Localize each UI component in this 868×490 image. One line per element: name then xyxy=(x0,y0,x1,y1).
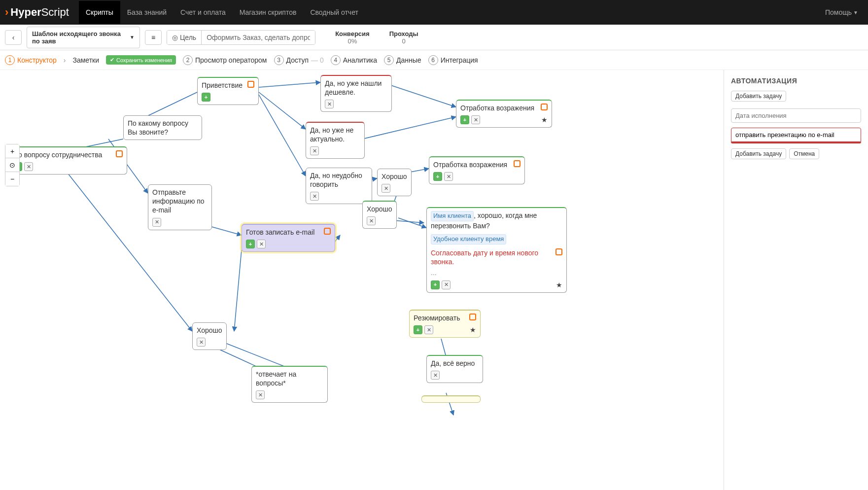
delete-button[interactable]: ✕ xyxy=(431,371,440,380)
node-title: Резюмировать xyxy=(414,314,460,322)
star-icon[interactable]: ★ xyxy=(470,325,476,334)
svg-line-13 xyxy=(398,218,426,228)
node-callback[interactable]: Имя клиента, хорошо, когда мне перезвони… xyxy=(426,207,567,293)
node-objection2[interactable]: Отработка возражения +✕ xyxy=(429,156,525,184)
tab-analytics[interactable]: 4 Аналитика xyxy=(331,55,377,65)
zoom-center-button[interactable]: ⊙ xyxy=(5,158,19,172)
tab-preview[interactable]: 2 Просмотр оператором xyxy=(183,55,267,65)
delete-button[interactable]: ✕ xyxy=(325,100,334,108)
star-icon[interactable]: ★ xyxy=(556,280,562,289)
delete-button[interactable]: ✕ xyxy=(24,162,33,171)
node-title: По вопросу сотрудничества xyxy=(13,150,102,159)
save-label: Сохранить изменения xyxy=(116,57,172,63)
node-yes-correct[interactable]: Да, всё верно ✕ xyxy=(426,355,483,383)
goal-group: ◎ Цель xyxy=(167,30,315,45)
tab-integration-label: Интеграция xyxy=(441,56,478,64)
stats: Конверсия 0% Проходы 0 xyxy=(335,30,418,45)
delete-button[interactable]: ✕ xyxy=(310,146,319,155)
node-not-actual[interactable]: Да, но уже не актуально. ✕ xyxy=(306,122,365,159)
node-answers[interactable]: *отвечает на вопросы* ✕ xyxy=(251,366,328,403)
zoom-controls: + ⊙ − xyxy=(5,144,20,186)
delete-button[interactable]: ✕ xyxy=(367,216,376,225)
tab-access[interactable]: 3 Доступ — 0 xyxy=(274,55,324,65)
open-marker-icon[interactable] xyxy=(469,314,476,320)
open-marker-icon[interactable] xyxy=(541,104,548,110)
variable-chip-time[interactable]: Удобное клиенту время xyxy=(431,234,506,245)
open-marker-icon[interactable] xyxy=(116,150,123,157)
open-marker-icon[interactable] xyxy=(247,81,254,88)
node-cheaper[interactable]: Да, но уже нашли дешевле. ✕ xyxy=(320,75,392,112)
nav-kb[interactable]: База знаний xyxy=(120,1,174,24)
delete-button[interactable]: ✕ xyxy=(197,338,206,347)
node-title: Отработка возражения xyxy=(460,104,534,112)
save-button[interactable]: ✔ Сохранить изменения xyxy=(106,55,176,65)
delete-button[interactable]: ✕ xyxy=(310,192,319,201)
node-objection1[interactable]: Отработка возражения +✕★ xyxy=(456,100,552,128)
caret-down-icon: ▼ xyxy=(853,10,858,15)
zoom-out-button[interactable]: − xyxy=(5,172,19,186)
task-name-input[interactable] xyxy=(731,128,861,142)
help-menu[interactable]: Помощь ▼ xyxy=(825,8,863,16)
goal-input[interactable] xyxy=(202,31,315,44)
node-ok3[interactable]: Хорошо ✕ xyxy=(192,322,227,350)
node-question[interactable]: По какому вопросу Вы звоните? xyxy=(123,115,202,140)
add-child-button[interactable]: + xyxy=(433,172,442,181)
add-child-button[interactable]: + xyxy=(460,115,469,124)
node-ok2[interactable]: Хорошо ✕ xyxy=(362,201,397,229)
node-title: Отработка возражения xyxy=(433,160,507,169)
canvas[interactable]: + ⊙ − xyxy=(0,70,724,490)
tab-constructor[interactable]: 1 Конструктор xyxy=(5,55,57,65)
add-task-submit-button[interactable]: Добавить задачу xyxy=(731,148,786,159)
tab-constructor-label: Конструктор xyxy=(17,56,57,64)
open-marker-icon[interactable] xyxy=(324,228,331,235)
variable-chip-clientname[interactable]: Имя клиента xyxy=(431,211,474,221)
nav-billing[interactable]: Счет и оплата xyxy=(174,1,233,24)
nav-report[interactable]: Сводный отчет xyxy=(303,1,365,24)
delete-button[interactable]: ✕ xyxy=(442,280,451,289)
goal-button[interactable]: ◎ Цель xyxy=(167,31,202,44)
add-child-button[interactable]: + xyxy=(414,325,422,334)
open-marker-icon[interactable] xyxy=(556,248,562,255)
node-ok1[interactable]: Хорошо ✕ xyxy=(377,169,412,196)
cancel-button[interactable]: Отмена xyxy=(789,148,819,159)
node-partial[interactable] xyxy=(421,395,481,403)
task-date-input[interactable] xyxy=(731,108,861,123)
template-selector[interactable]: Шаблон исходящего звонка по заяв ▼ xyxy=(27,27,140,48)
delete-button[interactable]: ✕ xyxy=(424,325,433,334)
tab-data[interactable]: 5 Данные xyxy=(384,55,421,65)
zoom-in-button[interactable]: + xyxy=(5,144,19,158)
tab-integration[interactable]: 6 Интеграция xyxy=(428,55,478,65)
add-child-button[interactable]: + xyxy=(246,240,255,248)
tab-access-count: — 0 xyxy=(311,56,324,64)
menu-button[interactable]: ≡ xyxy=(145,30,162,45)
node-summarize[interactable]: Резюмировать +✕★ xyxy=(409,310,481,338)
node-ready-email[interactable]: Готов записать e-mail +✕ xyxy=(242,224,335,252)
star-icon[interactable]: ★ xyxy=(541,115,548,124)
notes-link[interactable]: Заметки xyxy=(73,56,100,64)
delete-button[interactable]: ✕ xyxy=(152,218,161,227)
svg-line-2 xyxy=(259,92,306,129)
node-welcome[interactable]: Приветствие + xyxy=(197,77,259,105)
delete-button[interactable]: ✕ xyxy=(257,240,266,248)
delete-button[interactable]: ✕ xyxy=(471,115,480,124)
nav-store[interactable]: Магазин скриптов xyxy=(233,1,304,24)
node-title: Хорошо xyxy=(197,326,222,334)
delete-button[interactable]: ✕ xyxy=(382,184,390,193)
step-3-icon: 3 xyxy=(274,55,284,65)
node-inconvenient[interactable]: Да, но неудобно говорить ✕ xyxy=(306,168,372,204)
open-marker-icon[interactable] xyxy=(514,160,521,167)
delete-button[interactable]: ✕ xyxy=(256,390,265,399)
logo[interactable]: › HyperScript xyxy=(5,6,69,19)
svg-line-7 xyxy=(362,117,456,139)
node-title: Да, но уже не актуально. xyxy=(310,126,353,143)
nav-scripts[interactable]: Скрипты xyxy=(79,1,120,24)
node-cooperation[interactable]: По вопросу сотрудничества +✕ xyxy=(9,146,127,175)
node-send-email[interactable]: Отправьте информацию по e-mail ✕ xyxy=(148,184,212,230)
add-child-button[interactable]: + xyxy=(202,93,210,102)
add-task-button[interactable]: Добавить задачу xyxy=(731,91,786,102)
breadcrumb-sep: › xyxy=(64,56,66,64)
delete-button[interactable]: ✕ xyxy=(444,172,453,181)
back-button[interactable]: ‹ xyxy=(5,30,22,45)
add-child-button[interactable]: + xyxy=(431,280,440,289)
svg-line-6 xyxy=(389,85,456,107)
